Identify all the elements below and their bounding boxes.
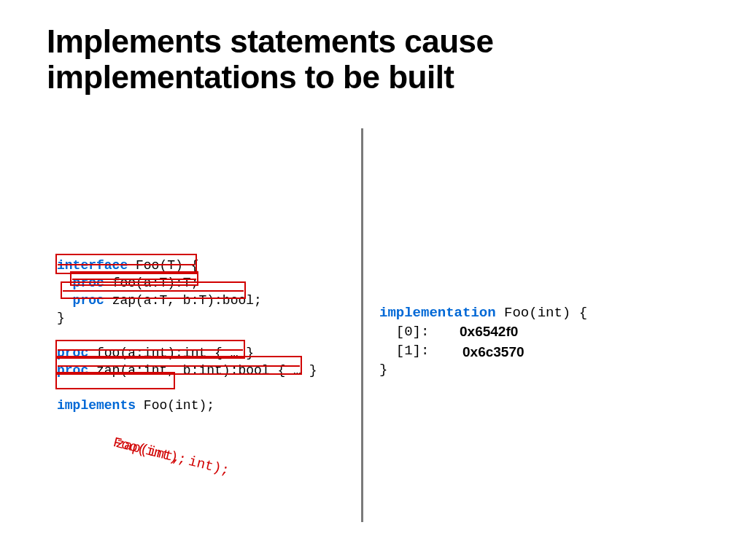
strike-proc-zap-decl xyxy=(63,290,244,292)
code-text: [1]: xyxy=(379,343,429,359)
code-text: } xyxy=(57,311,65,325)
annotation-line-2: zap(int, int); xyxy=(115,435,231,479)
vtable-address-0: 0x6542f0 xyxy=(460,324,518,340)
implementation-block: implementation Foo(int) { [0]: [1]: } xyxy=(379,303,587,379)
slide-title: Implements statements cause implementati… xyxy=(47,23,689,96)
vtable-address-1: 0x6c3570 xyxy=(462,344,525,360)
strike-proc-foo-impl xyxy=(58,349,243,351)
keyword-implements: implements xyxy=(57,398,136,413)
highlight-box-empty xyxy=(55,372,175,389)
code-text: Foo(int) { xyxy=(496,305,587,321)
code-text: [0]: xyxy=(379,324,429,340)
strike-proc-zap-impl xyxy=(58,365,300,367)
strike-interface xyxy=(58,264,195,265)
keyword-implementation: implementation xyxy=(379,305,496,321)
code-text: } xyxy=(379,362,387,378)
annotation-rotated: Foo(int); zap(int, int); xyxy=(112,435,188,468)
code-text: Foo(int); xyxy=(136,398,214,413)
column-divider xyxy=(361,128,363,522)
strike-proc-foo-decl xyxy=(72,279,196,280)
